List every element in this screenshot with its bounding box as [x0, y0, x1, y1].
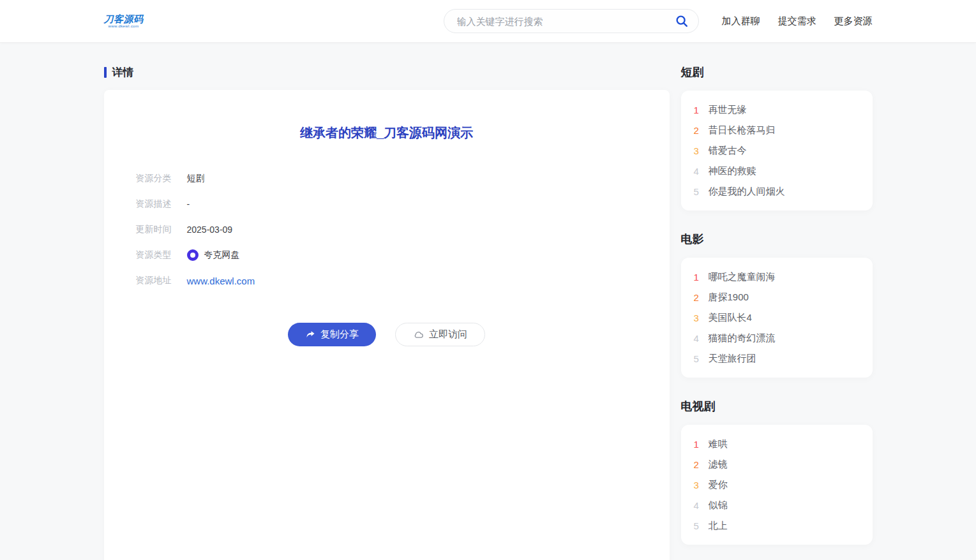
section-accent-bar: [104, 67, 107, 78]
nav-item-more-resources[interactable]: 更多资源: [834, 15, 873, 27]
sidebar-card-tvseries: 1 难哄 2 滤镜 3 爱你 4 似锦 5 北上: [681, 425, 873, 545]
site-logo-subtitle: www.dkewl.com: [109, 24, 139, 28]
copy-share-button[interactable]: 复制分享: [288, 323, 376, 346]
visit-now-label: 立即访问: [429, 328, 467, 341]
rank-label: 猫猫的奇幻漂流: [709, 332, 776, 344]
netdisk-name: 夸克网盘: [204, 249, 240, 261]
sidebar-section-movie: 电影 1 哪吒之魔童闹海 2 唐探1900 3 美国队长4 4 猫猫的奇幻漂流: [681, 233, 873, 378]
rank-number: 4: [694, 333, 704, 344]
list-item[interactable]: 3 美国队长4: [694, 307, 860, 328]
sidebar-card-movie: 1 哪吒之魔童闹海 2 唐探1900 3 美国队长4 4 猫猫的奇幻漂流 5: [681, 258, 873, 378]
cloud-icon: [413, 329, 424, 341]
rank-label: 似锦: [709, 499, 728, 512]
field-label-resource-type: 资源类型: [136, 249, 187, 261]
list-item[interactable]: 3 爱你: [694, 475, 860, 495]
rank-number: 1: [694, 105, 704, 115]
sidebar-card-shortdrama: 1 再世无缘 2 昔日长枪落马归 3 错爱古今 4 神医的救赎 5 你是我的: [681, 91, 873, 210]
list-item[interactable]: 4 神医的救赎: [694, 161, 860, 181]
rank-label: 你是我的人间烟火: [709, 186, 785, 198]
list-item[interactable]: 5 北上: [694, 515, 860, 536]
rank-number: 2: [694, 459, 704, 470]
field-value-category: 短剧: [187, 173, 205, 184]
share-arrow-icon: [305, 329, 316, 340]
rank-number: 3: [694, 145, 704, 156]
sidebar-section-shortdrama: 短剧 1 再世无缘 2 昔日长枪落马归 3 错爱古今 4 神医的救赎: [681, 66, 873, 210]
field-row-category: 资源分类 短剧: [136, 166, 638, 191]
field-row-update-time: 更新时间 2025-03-09: [136, 217, 638, 242]
list-item[interactable]: 2 昔日长枪落马归: [694, 120, 860, 140]
site-logo-title: 刀客源码: [104, 14, 144, 25]
rank-label: 滤镜: [709, 459, 728, 471]
rank-label: 天堂旅行团: [709, 353, 756, 365]
field-value-description: -: [187, 199, 190, 209]
list-item[interactable]: 1 难哄: [694, 434, 860, 454]
copy-share-label: 复制分享: [320, 328, 359, 341]
list-item[interactable]: 5 天堂旅行团: [694, 348, 860, 369]
search-icon[interactable]: [674, 13, 689, 29]
field-row-description: 资源描述 -: [136, 191, 638, 217]
rank-label: 再世无缘: [709, 104, 747, 116]
rank-number: 2: [694, 292, 704, 303]
search-input[interactable]: [457, 16, 674, 27]
rank-label: 哪吒之魔童闹海: [709, 271, 776, 283]
rank-number: 2: [694, 125, 704, 136]
rank-number: 5: [694, 186, 704, 197]
field-value-update-time: 2025-03-09: [187, 225, 233, 235]
rank-label: 昔日长枪落马归: [709, 124, 776, 136]
top-header: 刀客源码 www.dkewl.com 加入群聊 提交需求 更多资源: [0, 0, 976, 43]
sidebar-section-tvseries: 电视剧 1 难哄 2 滤镜 3 爱你 4 似锦: [681, 400, 873, 545]
list-item[interactable]: 4 猫猫的奇幻漂流: [694, 328, 860, 348]
rank-number: 5: [694, 520, 704, 531]
field-value-resource-type: 夸克网盘: [187, 249, 240, 261]
rank-label: 北上: [709, 520, 728, 532]
rank-label: 爱你: [709, 479, 728, 491]
list-item[interactable]: 2 滤镜: [694, 454, 860, 475]
sidebar-title-tvseries: 电视剧: [681, 400, 873, 413]
sidebar: 短剧 1 再世无缘 2 昔日长枪落马归 3 错爱古今 4 神医的救赎: [681, 66, 873, 560]
rank-number: 3: [694, 480, 704, 490]
rank-number: 1: [694, 439, 704, 450]
list-item[interactable]: 2 唐探1900: [694, 287, 860, 307]
field-label-resource-url: 资源地址: [136, 275, 187, 286]
nav-item-join-group[interactable]: 加入群聊: [722, 15, 760, 27]
rank-label: 美国队长4: [709, 312, 752, 324]
list-item[interactable]: 1 哪吒之魔童闹海: [694, 267, 860, 287]
field-label-category: 资源分类: [136, 173, 187, 184]
rank-number: 3: [694, 313, 704, 323]
list-item[interactable]: 1 再世无缘: [694, 99, 860, 120]
quark-netdisk-icon: [187, 249, 199, 261]
rank-label: 错爱古今: [709, 145, 747, 157]
sidebar-title-shortdrama: 短剧: [681, 66, 873, 78]
list-item[interactable]: 5 你是我的人间烟火: [694, 181, 860, 202]
resource-title: 继承者的荣耀_刀客源码网演示: [136, 124, 638, 142]
field-row-resource-url: 资源地址 www.dkewl.com: [136, 268, 638, 293]
detail-card: 继承者的荣耀_刀客源码网演示 资源分类 短剧 资源描述 - 更新时间 2025-…: [104, 90, 670, 560]
action-buttons-row: 复制分享 立即访问: [136, 323, 638, 346]
search-box: [444, 9, 699, 33]
resource-url-link[interactable]: www.dkewl.com: [187, 276, 255, 286]
sidebar-title-movie: 电影: [681, 233, 873, 246]
visit-now-button[interactable]: 立即访问: [395, 323, 485, 346]
top-nav: 加入群聊 提交需求 更多资源: [722, 15, 873, 27]
page-title: 详情: [112, 65, 134, 80]
list-item[interactable]: 4 似锦: [694, 495, 860, 515]
rank-label: 难哄: [709, 438, 728, 450]
field-label-update-time: 更新时间: [136, 224, 187, 235]
site-logo[interactable]: 刀客源码 www.dkewl.com: [104, 14, 144, 29]
list-item[interactable]: 3 错爱古今: [694, 140, 860, 161]
detail-section-header: 详情: [104, 66, 670, 78]
nav-item-submit-request[interactable]: 提交需求: [778, 15, 816, 27]
rank-number: 1: [694, 272, 704, 283]
rank-label: 唐探1900: [709, 291, 749, 304]
field-row-resource-type: 资源类型 夸克网盘: [136, 242, 638, 268]
rank-label: 神医的救赎: [709, 165, 756, 177]
rank-number: 4: [694, 166, 704, 177]
rank-number: 4: [694, 500, 704, 511]
rank-number: 5: [694, 353, 704, 364]
field-label-description: 资源描述: [136, 198, 187, 210]
